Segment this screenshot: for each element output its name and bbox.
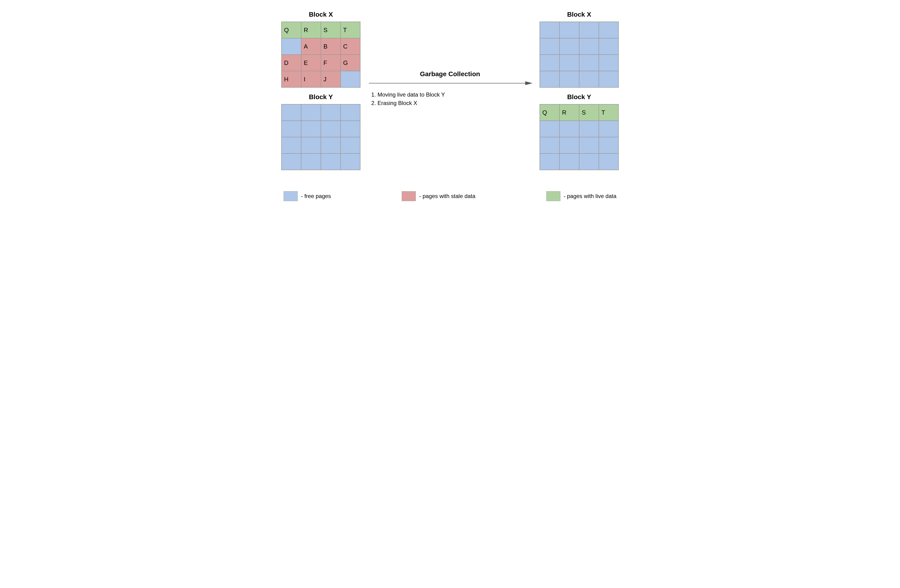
block-y-before-cell: [301, 121, 321, 137]
block-x-after-cell: [540, 22, 559, 38]
block-y-after-cell: R: [559, 104, 579, 121]
block-y-after-cell: [579, 137, 599, 154]
block-y-after-cell: [559, 154, 579, 170]
block-x-before-cell: R: [301, 22, 321, 38]
block-x-before-cell: H: [281, 71, 301, 87]
block-y-before-cell: [321, 121, 341, 137]
gc-step-1: 1. Moving live data to Block Y: [371, 90, 445, 99]
block-y-before-cell: [281, 154, 301, 170]
block-x-after-cell: [559, 54, 579, 71]
block-x-after-cell: [599, 71, 619, 87]
gc-step-2: 2. Erasing Block X: [371, 99, 445, 107]
before-column: Block X QRSTABCDEFGHIJ Block Y: [281, 9, 360, 170]
block-y-before-cell: [321, 137, 341, 154]
block-x-after-cell: [559, 22, 579, 38]
legend-free-label: - free pages: [301, 193, 331, 199]
block-x-before-cell: [341, 71, 360, 87]
block-x-after-cell: [579, 38, 599, 54]
gc-middle: Garbage Collection 1. Moving live data t…: [368, 9, 532, 107]
block-y-after-cell: [540, 137, 559, 154]
legend-stale-label: - pages with stale data: [419, 193, 475, 199]
legend-live: - pages with live data: [546, 191, 616, 201]
block-x-after-cell: [579, 22, 599, 38]
block-y-after-title: Block Y: [567, 93, 591, 101]
arrow-icon: [368, 80, 532, 88]
block-x-before-cell: T: [341, 22, 360, 38]
block-x-after-cell: [559, 71, 579, 87]
gc-steps: 1. Moving live data to Block Y 2. Erasin…: [368, 90, 445, 107]
block-x-before-cell: S: [321, 22, 341, 38]
block-y-before-cell: [281, 121, 301, 137]
block-x-before-cell: B: [321, 38, 341, 54]
block-x-after-cell: [599, 54, 619, 71]
block-y-before-cell: [341, 104, 360, 121]
block-x-before-cell: J: [321, 71, 341, 87]
block-y-before-cell: [341, 121, 360, 137]
block-y-before-cell: [301, 137, 321, 154]
block-y-before-cell: [301, 104, 321, 121]
gc-heading: Garbage Collection: [420, 70, 480, 78]
block-y-after-cell: [599, 137, 619, 154]
block-y-before-title: Block Y: [309, 93, 333, 101]
block-y-after-cell: S: [579, 104, 599, 121]
block-x-before-cell: I: [301, 71, 321, 87]
swatch-stale: [402, 191, 416, 201]
block-y-before-cell: [281, 137, 301, 154]
legend-free: - free pages: [284, 191, 331, 201]
block-y-after-cell: [579, 121, 599, 137]
block-y-after-grid: QRST: [540, 104, 619, 170]
block-y-after-cell: [559, 121, 579, 137]
block-x-after-grid: [540, 22, 619, 88]
swatch-live: [546, 191, 560, 201]
block-x-after-cell: [559, 38, 579, 54]
block-y-after-cell: [599, 154, 619, 170]
block-x-before-cell: E: [301, 54, 321, 71]
block-x-after-cell: [599, 22, 619, 38]
block-x-after-cell: [540, 38, 559, 54]
swatch-free: [284, 191, 298, 201]
block-x-before-cell: Q: [281, 22, 301, 38]
block-x-after-title: Block X: [567, 11, 591, 18]
block-x-after-cell: [540, 54, 559, 71]
block-x-before-cell: D: [281, 54, 301, 71]
block-x-after-cell: [540, 71, 559, 87]
block-y-after-cell: [540, 121, 559, 137]
block-y-before-cell: [321, 104, 341, 121]
block-y-before-grid: [281, 104, 360, 170]
block-x-before-cell: A: [301, 38, 321, 54]
block-x-before-cell: G: [341, 54, 360, 71]
block-y-before-cell: [281, 104, 301, 121]
block-y-after-cell: [559, 137, 579, 154]
block-y-after-cell: [599, 121, 619, 137]
block-y-after-cell: Q: [540, 104, 559, 121]
block-y-after-cell: [540, 154, 559, 170]
block-x-before-cell: [281, 38, 301, 54]
block-y-before-cell: [341, 137, 360, 154]
block-x-after-cell: [599, 38, 619, 54]
legend: - free pages - pages with stale data - p…: [281, 191, 619, 201]
block-y-before-cell: [341, 154, 360, 170]
legend-stale: - pages with stale data: [402, 191, 475, 201]
legend-live-label: - pages with live data: [564, 193, 616, 199]
block-y-before-cell: [321, 154, 341, 170]
block-x-before-title: Block X: [309, 11, 333, 18]
after-column: Block X Block Y QRST: [540, 9, 619, 170]
block-y-after-cell: [579, 154, 599, 170]
block-x-before-grid: QRSTABCDEFGHIJ: [281, 22, 360, 88]
block-x-after-cell: [579, 54, 599, 71]
svg-marker-1: [525, 81, 532, 85]
main-row: Block X QRSTABCDEFGHIJ Block Y Garbage C…: [281, 9, 619, 170]
block-x-before-cell: F: [321, 54, 341, 71]
block-y-before-cell: [301, 154, 321, 170]
block-x-after-cell: [579, 71, 599, 87]
block-x-before-cell: C: [341, 38, 360, 54]
diagram-canvas: Block X QRSTABCDEFGHIJ Block Y Garbage C…: [281, 9, 619, 201]
block-y-after-cell: T: [599, 104, 619, 121]
